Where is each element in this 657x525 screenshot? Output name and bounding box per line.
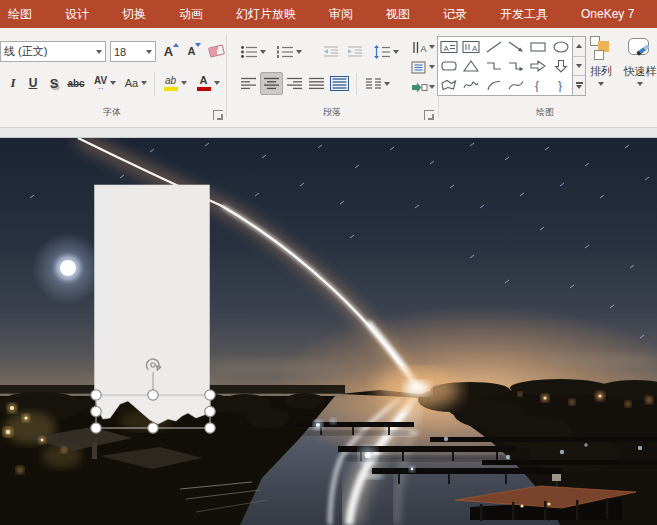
clear-formatting-button[interactable] [206,40,226,62]
shape-line[interactable] [483,37,505,56]
slide-shape-rectangle[interactable] [95,185,210,397]
underline-button[interactable]: U [24,72,42,94]
tab-review[interactable]: 审阅 [327,0,355,28]
chevron-down-icon [637,82,643,86]
shape-elbow-arrow-connector[interactable] [505,56,527,75]
font-color-button[interactable]: A [193,71,223,95]
text-shadow-button[interactable]: S [46,72,62,94]
quick-styles-icon [627,36,653,61]
align-right-icon [286,77,303,90]
shape-freeform[interactable] [438,76,460,95]
shape-triangle[interactable] [460,56,482,75]
shape-arrow[interactable] [505,37,527,56]
font-size-value: 18 [111,46,146,58]
ribbon: 线 (正文) 18 A A I U S abc AV ↔ Aa [0,28,657,128]
shape-right-brace[interactable]: } [550,76,572,95]
eraser-icon [208,44,225,57]
tab-draw[interactable]: 绘图 [6,0,34,28]
resize-handle-sw[interactable] [91,423,101,433]
shape-rounded-rectangle[interactable] [438,56,460,75]
align-text-icon [411,61,428,74]
slide-canvas[interactable] [0,138,657,525]
line-spacing-button[interactable] [370,41,402,62]
chevron-down-icon [393,50,399,54]
resize-handle-w[interactable] [91,406,101,416]
numbering-button[interactable] [273,41,305,62]
line-spacing-icon [373,45,391,59]
shape-scribble[interactable] [460,76,482,95]
numbering-icon [276,45,294,59]
resize-handle-nw[interactable] [91,390,101,400]
shape-down-arrow[interactable] [550,56,572,75]
shrink-font-button[interactable]: A [184,40,205,62]
align-text-button[interactable] [408,58,438,76]
shape-elbow-connector[interactable] [483,56,505,75]
align-right-button[interactable] [284,73,305,94]
quick-styles-label: 快速样 [624,64,657,79]
resize-handle-n[interactable] [148,390,158,400]
resize-handle-s[interactable] [148,423,158,433]
bullets-icon [240,45,258,59]
smartart-icon [411,81,428,94]
powerpoint-window: { "tab_bar": { "tabs": [ {"label": "绘图"}… [0,0,657,525]
shape-text-box[interactable]: A [438,37,460,56]
align-center-button[interactable] [260,72,283,95]
svg-text:A: A [472,43,478,52]
chevron-down-icon [296,50,302,54]
shape-vertical-text-box[interactable]: A [460,37,482,56]
character-spacing-button[interactable]: AV ↔ [90,72,120,94]
columns-icon [365,77,382,90]
resize-handle-ne[interactable] [205,390,215,400]
svg-text:}: } [558,79,562,93]
chevron-down-icon[interactable] [146,50,152,54]
change-case-button[interactable]: Aa [122,72,150,94]
font-size-combobox[interactable]: 18 [110,41,156,62]
font-color-icon: A [200,75,208,86]
tab-animations[interactable]: 动画 [177,0,205,28]
italic-button[interactable]: I [5,72,21,94]
grow-font-button[interactable]: A [161,40,182,62]
tab-onekey[interactable]: OneKey 7 [579,0,636,28]
text-highlight-button[interactable]: ab [160,71,190,95]
moon [32,232,104,304]
columns-button[interactable] [361,73,393,94]
font-dialog-launcher[interactable] [213,110,223,120]
shape-oval[interactable] [550,37,572,56]
tab-design[interactable]: 设计 [63,0,91,28]
shape-left-brace[interactable]: { [527,76,549,95]
distribute-text-button[interactable] [328,73,351,94]
tab-developer[interactable]: 开发工具 [498,0,550,28]
tab-view[interactable]: 视图 [384,0,412,28]
arrange-button[interactable]: 排列 [583,36,619,98]
chevron-down-icon [384,82,390,86]
justify-button[interactable] [306,73,327,94]
quick-styles-button[interactable]: 快速样 [620,36,657,98]
tab-record[interactable]: 记录 [441,0,469,28]
convert-to-smartart-button[interactable] [408,78,438,96]
decrease-indent-button[interactable] [320,41,342,62]
increase-indent-icon [346,45,364,59]
align-center-icon [263,77,280,90]
highlight-icon: ab [165,76,176,86]
tab-transitions[interactable]: 切换 [120,0,148,28]
ribbon-slide-gap [0,128,657,138]
increase-indent-button[interactable] [344,41,366,62]
text-direction-icon: A [411,41,428,54]
chevron-down-icon [110,81,116,85]
shape-curve[interactable] [505,76,527,95]
font-name-combobox[interactable]: 线 (正文) [0,41,106,62]
resize-handle-e[interactable] [205,406,215,416]
tab-slideshow[interactable]: 幻灯片放映 [234,0,298,28]
resize-handle-se[interactable] [205,423,215,433]
strikethrough-button[interactable]: abc [64,72,88,94]
paragraph-dialog-launcher[interactable] [424,110,434,120]
bullets-button[interactable] [237,41,269,62]
shape-rectangle[interactable] [527,37,549,56]
text-direction-button[interactable]: A [408,38,438,56]
align-left-button[interactable] [238,73,259,94]
chevron-down-icon[interactable] [96,50,102,54]
shapes-gallery: A A [437,36,573,96]
shape-right-arrow[interactable] [527,56,549,75]
shape-arc[interactable] [483,76,505,95]
ribbon-tab-bar: 绘图 设计 切换 动画 幻灯片放映 审阅 视图 记录 开发工具 OneKey 7… [0,0,657,28]
